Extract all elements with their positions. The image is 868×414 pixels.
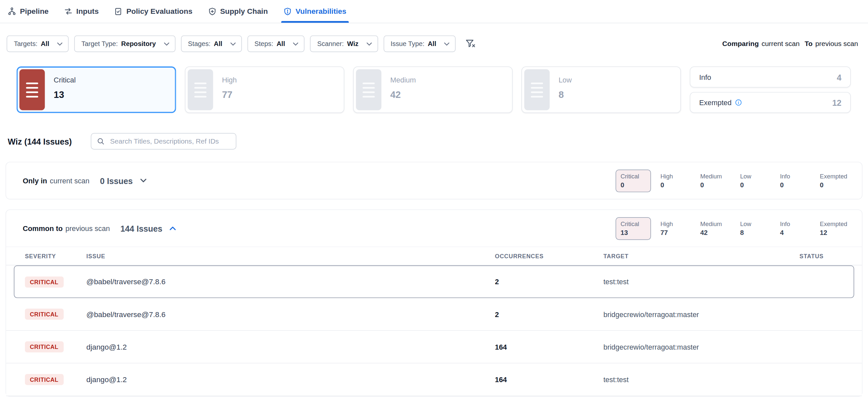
- scanner-filter-dropdown[interactable]: Scanner: Wiz: [310, 35, 378, 52]
- severity-card-critical[interactable]: Critical 13: [17, 66, 176, 113]
- issue-cell: @babel/traverse@7.8.6: [86, 310, 495, 318]
- critical-badge: CRITICAL: [25, 276, 63, 288]
- th-target: TARGET: [603, 253, 770, 259]
- chip-low[interactable]: Low 8: [735, 217, 771, 239]
- filter-value: All: [428, 40, 436, 48]
- issues-count-label: 144 Issues: [121, 224, 162, 233]
- table-header: SEVERITY ISSUE OCCURRENCES TARGET STATUS: [6, 246, 862, 265]
- severity-card-label: Medium: [390, 76, 416, 84]
- filter-label: Steps:: [254, 40, 273, 48]
- chip-count: 0: [820, 181, 845, 189]
- severity-card-high[interactable]: High 77: [185, 66, 344, 113]
- filter-value: Repository: [121, 40, 156, 48]
- chevron-up-icon[interactable]: [170, 226, 176, 230]
- table-row[interactable]: CRITICAL @babel/traverse@7.8.6 2 bridgec…: [6, 298, 862, 330]
- low-list-icon: [524, 69, 550, 110]
- chevron-down-icon: [230, 42, 236, 46]
- chip-count: 0: [780, 181, 806, 189]
- chip-low[interactable]: Low 0: [735, 169, 771, 192]
- chip-count: 0: [660, 181, 686, 189]
- info-count: 4: [837, 72, 841, 82]
- tab-label: Vulnerabilities: [296, 7, 346, 16]
- severity-card-label: High: [222, 76, 237, 84]
- chip-label: High: [660, 220, 686, 227]
- filter-value: Wiz: [347, 40, 359, 48]
- th-status: STATUS: [770, 253, 853, 259]
- severity-card-low[interactable]: Low 8: [521, 66, 681, 113]
- chip-count: 12: [820, 229, 845, 237]
- targets-filter-dropdown[interactable]: Targets: All: [6, 35, 69, 52]
- chip-label: Low: [740, 173, 766, 179]
- critical-badge: CRITICAL: [25, 374, 63, 385]
- chip-info[interactable]: Info 4: [775, 217, 811, 239]
- common-to-previous-scan-toggle[interactable]: Common to previous scan 144 Issues: [23, 224, 176, 233]
- tab-pipeline[interactable]: Pipeline: [8, 0, 49, 23]
- severity-card-medium[interactable]: Medium 42: [353, 66, 513, 113]
- severity-card-count: 13: [54, 90, 76, 101]
- tab-label: Supply Chain: [220, 7, 268, 16]
- table-row[interactable]: CRITICAL @babel/traverse@7.8.6 2 test:te…: [14, 265, 854, 298]
- stages-filter-dropdown[interactable]: Stages: All: [181, 35, 242, 52]
- filter-label: Targets:: [14, 40, 37, 48]
- tab-label: Inputs: [76, 7, 98, 16]
- tab-vulnerabilities[interactable]: Vulnerabilities: [283, 0, 346, 23]
- filter-value: All: [276, 40, 285, 48]
- chip-high[interactable]: High 0: [655, 169, 691, 192]
- severity-chip-group: Critical 13 High 77 Medium 42 Low 8 Info: [616, 217, 850, 239]
- tab-policy-evaluations[interactable]: Policy Evaluations: [114, 0, 192, 23]
- vulnerabilities-icon: [283, 7, 291, 16]
- critical-badge: CRITICAL: [25, 342, 63, 353]
- target-type-filter-dropdown[interactable]: Target Type: Repository: [74, 35, 175, 52]
- chevron-down-icon: [366, 42, 372, 46]
- vulnerabilities-page: Pipeline Inputs Policy Evaluations Suppl…: [0, 0, 868, 414]
- issue-cell: @babel/traverse@7.8.6: [86, 278, 495, 286]
- chevron-down-icon[interactable]: [140, 178, 147, 183]
- scanner-summary-row: Wiz (144 Issues): [0, 133, 868, 150]
- only-in-current-scan-toggle[interactable]: Only in current scan 0 Issues: [23, 176, 147, 185]
- severity-card-count: 8: [558, 90, 571, 101]
- table-row[interactable]: CRITICAL django@1.2 164 bridgecrewio/ter…: [6, 331, 862, 363]
- supply-chain-icon: [208, 7, 216, 16]
- severity-cell: CRITICAL: [25, 308, 86, 320]
- common-to-previous-scan-panel: Common to previous scan 144 Issues Criti…: [6, 209, 862, 396]
- issues-count-label: 0 Issues: [100, 176, 133, 185]
- th-occurrences: OCCURRENCES: [495, 253, 603, 259]
- section-label: current scan: [50, 176, 90, 185]
- section-header: Only in current scan 0 Issues Critical 0…: [6, 162, 862, 199]
- exempted-count-row[interactable]: Exempted 12: [690, 92, 851, 113]
- chip-label: Medium: [700, 173, 726, 179]
- chip-high[interactable]: High 77: [655, 217, 691, 239]
- steps-filter-dropdown[interactable]: Steps: All: [247, 35, 304, 52]
- severity-chip-group: Critical 0 High 0 Medium 0 Low 0 Info: [616, 169, 850, 192]
- tab-label: Pipeline: [20, 7, 49, 16]
- chip-medium[interactable]: Medium 42: [695, 217, 731, 239]
- issue-cell: django@1.2: [86, 375, 495, 383]
- issue-type-filter-dropdown[interactable]: Issue Type: All: [383, 35, 456, 52]
- info-label: Info: [699, 73, 711, 81]
- chip-info[interactable]: Info 0: [775, 169, 811, 192]
- exempted-count: 12: [832, 98, 841, 108]
- policy-evaluations-icon: [114, 7, 122, 16]
- chip-critical[interactable]: Critical 0: [616, 169, 651, 192]
- chip-exempted[interactable]: Exempted 0: [815, 169, 850, 192]
- table-row[interactable]: CRITICAL django@1.2 164 test:test: [6, 363, 862, 396]
- search-input[interactable]: [109, 137, 230, 146]
- chevron-down-icon: [57, 42, 63, 46]
- chip-label: Critical: [620, 173, 646, 179]
- info-circle-icon[interactable]: [735, 99, 742, 106]
- chevron-down-icon: [444, 42, 450, 46]
- tab-supply-chain[interactable]: Supply Chain: [208, 0, 268, 23]
- filter-label: Issue Type:: [391, 40, 425, 48]
- target-cell: bridgecrewio/terragoat:master: [603, 343, 770, 351]
- chip-exempted[interactable]: Exempted 12: [815, 217, 850, 239]
- chip-label: Medium: [700, 220, 726, 227]
- chip-medium[interactable]: Medium 0: [695, 169, 731, 192]
- only-in-current-scan-panel: Only in current scan 0 Issues Critical 0…: [6, 162, 862, 200]
- comparing-previous-scan: previous scan: [815, 40, 858, 48]
- chip-count: 42: [700, 229, 726, 237]
- tab-inputs[interactable]: Inputs: [64, 0, 98, 23]
- search-box[interactable]: [91, 133, 236, 150]
- chip-critical[interactable]: Critical 13: [616, 217, 651, 239]
- clear-filters-icon[interactable]: [466, 39, 475, 48]
- info-count-row[interactable]: Info 4: [690, 66, 851, 87]
